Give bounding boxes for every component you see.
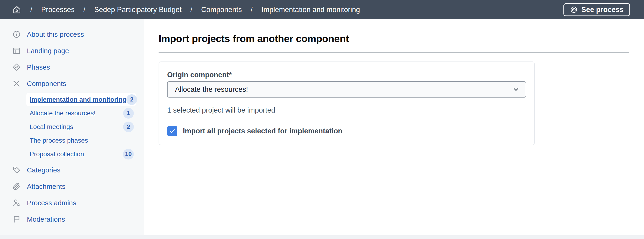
components-subnav: Implementation and monitoring 2 Allocate… — [26, 93, 136, 161]
subnav-item-label: Allocate the resources! — [30, 110, 96, 117]
sidebar-item-label: Landing page — [27, 47, 69, 55]
subnav-item-local-meetings[interactable]: Local meetings 2 — [26, 120, 136, 134]
breadcrumb-separator: / — [83, 5, 86, 14]
sidebar-item-label: About this process — [27, 30, 84, 38]
sidebar: About this process Landing page Phases — [0, 19, 144, 235]
info-icon — [12, 30, 21, 39]
import-form-card: Origin component* Allocate the resources… — [158, 61, 535, 145]
chevron-down-icon — [512, 86, 520, 93]
import-all-row: Import all projects selected for impleme… — [167, 126, 526, 136]
phases-diamond-icon — [12, 63, 21, 71]
layout-icon — [12, 46, 21, 55]
count-badge: 1 — [123, 108, 134, 119]
breadcrumb-item-processes[interactable]: Processes — [41, 5, 75, 14]
breadcrumb-item-current-component[interactable]: Implementation and monitoring — [261, 5, 360, 14]
origin-component-selected-value: Allocate the resources! — [175, 85, 248, 94]
import-all-checkbox[interactable] — [167, 126, 177, 136]
sidebar-item-label: Components — [27, 80, 66, 88]
page-title: Import projects from another component — [158, 33, 629, 44]
breadcrumb-item-components[interactable]: Components — [201, 5, 242, 14]
paperclip-icon — [12, 182, 21, 191]
sidebar-item-label: Moderations — [27, 216, 65, 223]
breadcrumb-item-process[interactable]: Sedep Participatory Budget — [94, 5, 182, 14]
breadcrumb-separator: / — [251, 5, 253, 14]
see-process-button[interactable]: See process — [564, 3, 630, 16]
subnav-item-proposal-collection[interactable]: Proposal collection 10 — [26, 147, 136, 161]
main-content: Import projects from another component O… — [144, 19, 644, 235]
check-icon — [169, 128, 176, 135]
sidebar-item-components[interactable]: Components — [0, 75, 144, 92]
subnav-item-the-process-phases[interactable]: The process phases — [26, 134, 136, 147]
title-divider — [158, 52, 629, 53]
tag-icon — [12, 166, 21, 174]
breadcrumb-separator: / — [190, 5, 192, 14]
sidebar-item-label: Categories — [27, 166, 60, 174]
see-process-label: See process — [581, 5, 624, 14]
tools-icon — [12, 79, 21, 88]
origin-component-select[interactable]: Allocate the resources! — [167, 81, 526, 98]
home-gear-icon[interactable] — [12, 5, 22, 14]
breadcrumb: / Processes / Sedep Participatory Budget… — [12, 5, 360, 14]
sidebar-item-label: Process admins — [27, 199, 76, 207]
count-badge: 10 — [123, 149, 134, 160]
import-all-checkbox-label[interactable]: Import all projects selected for impleme… — [183, 127, 342, 135]
topbar: / Processes / Sedep Participatory Budget… — [0, 0, 644, 19]
count-badge: 2 — [126, 94, 137, 105]
subnav-item-label: Proposal collection — [30, 151, 84, 158]
flag-icon — [12, 215, 21, 224]
sidebar-item-categories[interactable]: Categories — [0, 162, 144, 178]
sidebar-item-about-this-process[interactable]: About this process — [0, 26, 144, 42]
sidebar-item-label: Attachments — [27, 183, 66, 191]
user-gear-icon — [12, 199, 21, 207]
count-badge: 2 — [123, 122, 134, 132]
origin-component-label: Origin component* — [167, 70, 526, 79]
subnav-item-implementation-and-monitoring[interactable]: Implementation and monitoring 2 — [26, 93, 136, 106]
subnav-item-label: Local meetings — [30, 123, 73, 131]
sidebar-item-phases[interactable]: Phases — [0, 59, 144, 75]
sidebar-item-attachments[interactable]: Attachments — [0, 178, 144, 195]
subnav-item-label: Implementation and monitoring — [30, 96, 126, 103]
sidebar-item-process-admins[interactable]: Process admins — [0, 195, 144, 211]
eye-icon — [570, 6, 578, 14]
selected-projects-info: 1 selected project will be imported — [167, 105, 526, 115]
breadcrumb-separator: / — [30, 5, 32, 14]
sidebar-item-landing-page[interactable]: Landing page — [0, 42, 144, 59]
sidebar-item-label: Phases — [27, 63, 50, 71]
subnav-item-label: The process phases — [30, 137, 88, 144]
sidebar-item-moderations[interactable]: Moderations — [0, 211, 144, 228]
subnav-item-allocate-the-resources[interactable]: Allocate the resources! 1 — [26, 106, 136, 120]
